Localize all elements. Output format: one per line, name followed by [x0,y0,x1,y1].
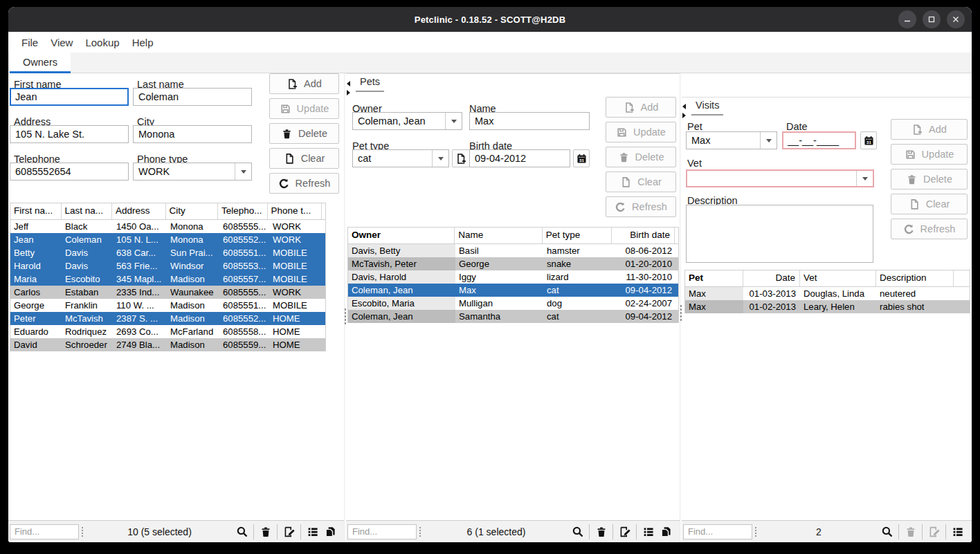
owners-action-buttons: AddUpdateDeleteClearRefresh [269,73,339,198]
column-header[interactable]: Telepho... [218,203,268,219]
refresh-button[interactable]: Refresh [269,173,339,194]
title-bar[interactable]: Petclinic - 0.18.52 - SCOTT@H2DB [8,7,972,32]
search-button[interactable] [233,524,251,540]
column-header[interactable]: Date [743,270,800,286]
add-button: Add [891,119,968,140]
column-header[interactable]: Name [455,228,542,243]
visits-find-input[interactable] [683,524,752,539]
tab-pets[interactable]: Pets [356,76,384,92]
column-header[interactable]: Phone t... [268,203,322,219]
visit-date-field[interactable] [782,131,856,149]
column-header[interactable]: Owner [348,228,455,243]
tab-scroll-right-icon[interactable] [682,113,686,118]
table-row[interactable]: GeorgeFranklin110 W. ...Madison6085551..… [10,299,325,312]
tab-visits[interactable]: Visits [691,100,723,116]
menu-lookup[interactable]: Lookup [79,37,125,48]
column-header[interactable]: Birth date [612,228,675,243]
column-header[interactable]: Vet [800,270,876,286]
column-header[interactable]: Description [876,270,954,286]
column-header[interactable]: First na... [10,203,62,219]
telephone-field[interactable] [10,163,129,181]
table-cell: WORK [269,220,324,233]
table-row[interactable]: Davis, BettyBasilhamster08-06-2012 [348,244,678,257]
visit-pet-combobox[interactable]: Max [686,131,777,149]
column-header[interactable]: Pet [685,270,743,286]
table-row[interactable]: McTavish, PeterGeorgesnake01-20-2010 [348,257,678,270]
table-row[interactable]: Coleman, JeanMaxcat09-04-2012 [348,284,678,297]
list-button[interactable] [949,524,966,540]
maximize-button[interactable] [923,10,941,28]
pet-type-combobox[interactable]: cat [352,149,449,167]
list-button[interactable] [304,524,321,540]
menu-help[interactable]: Help [126,37,160,48]
table-row[interactable]: Max01-03-2013Douglas, Lindaneutered [685,287,970,300]
table-row[interactable]: BettyDavis638 Car...Sun Prai...6085551..… [10,246,325,259]
edit-icon [928,526,941,538]
table-row[interactable]: MariaEscobito345 Mapl...Madison6085557..… [10,273,325,286]
tab-scroll-right-icon[interactable] [347,90,350,95]
close-button[interactable] [947,10,965,28]
pet-owner-combobox[interactable]: Coleman, Jean [352,112,462,130]
table-cell: Rodriquez [62,325,113,338]
edit-button[interactable] [616,524,633,540]
tab-owners[interactable]: Owners [10,53,71,73]
pets-toolbar-icons [569,524,674,540]
trash-button[interactable] [257,524,274,540]
table-row[interactable]: HaroldDavis563 Frie...Windsor6085553...M… [10,259,325,273]
svg-text:31: 31 [866,140,871,145]
column-header[interactable]: Pet type [543,228,612,243]
add-button[interactable]: Add [269,73,339,94]
table-cell: WORK [269,286,324,299]
pets-table[interactable]: OwnerNamePet typeBirth dateDavis, BettyB… [347,227,679,323]
table-cell: Davis, Betty [348,244,455,257]
visit-date-calendar-button[interactable]: 31 [860,131,877,149]
first-name-field[interactable] [10,88,129,106]
add-pet-type-button[interactable] [452,149,470,167]
table-row[interactable]: JeanColeman105 N. L...Monona6085552...WO… [10,233,325,246]
edit-button[interactable] [280,524,298,540]
last-name-field[interactable] [133,88,252,106]
table-row[interactable]: Escobito, MariaMulligandog02-24-2007 [348,297,678,310]
owners-table[interactable]: First na...Last na...AddressCityTelepho.… [10,203,326,351]
tab-scroll-left-icon[interactable] [347,81,350,86]
toolbar-grip[interactable] [419,526,421,537]
table-row[interactable]: CarlosEstaban2335 Ind...Waunakee6085555.… [10,286,325,299]
trash-button[interactable] [592,524,610,540]
table-row[interactable]: JeffBlack1450 Oa...Monona6085555...WORK [10,220,325,233]
address-field[interactable] [10,125,129,143]
minimize-button[interactable] [898,10,916,28]
search-button[interactable] [878,524,896,540]
update-button: Update [891,144,968,165]
copy-button[interactable] [657,524,674,540]
table-cell: Carlos [10,286,62,299]
birth-date-field[interactable] [469,149,570,167]
city-field[interactable] [133,125,252,143]
column-header[interactable]: Address [112,203,165,219]
table-row[interactable]: Max01-02-2013Leary, Helenrabies shot [685,300,970,313]
pet-name-field[interactable] [469,112,590,130]
table-row[interactable]: EduardoRodriquez2693 Co...McFarland60855… [10,325,325,338]
list-button[interactable] [639,524,657,540]
tab-scroll-left-icon[interactable] [682,104,686,109]
toolbar-grip[interactable] [754,526,757,537]
table-row[interactable]: Coleman, JeanSamanthacat09-04-2012 [348,310,678,323]
toolbar-grip[interactable] [81,526,84,537]
column-header[interactable]: City [166,203,219,219]
search-button[interactable] [569,524,586,540]
clear-button[interactable]: Clear [269,148,339,169]
table-row[interactable]: Davis, HaroldIggylizard11-30-2010 [348,270,678,284]
copy-button[interactable] [321,524,338,540]
menu-view[interactable]: View [44,37,79,48]
pets-find-input[interactable] [347,524,417,539]
visit-description-textarea[interactable] [686,205,873,263]
phone-type-combobox[interactable]: WORK [133,163,252,181]
owners-find-input[interactable] [10,524,79,539]
visits-table[interactable]: PetDateVetDescriptionMax01-03-2013Dougla… [684,270,970,313]
birth-date-calendar-button[interactable]: 31 [573,149,590,167]
column-header[interactable]: Last na... [62,203,113,219]
table-row[interactable]: DavidSchroeder2749 Bla...Madison6085559.… [10,338,325,351]
table-row[interactable]: PeterMcTavish2387 S. ...Madison6085552..… [10,312,325,325]
visit-vet-combobox[interactable] [686,169,874,187]
delete-button[interactable]: Delete [269,123,339,144]
menu-file[interactable]: File [15,37,44,48]
